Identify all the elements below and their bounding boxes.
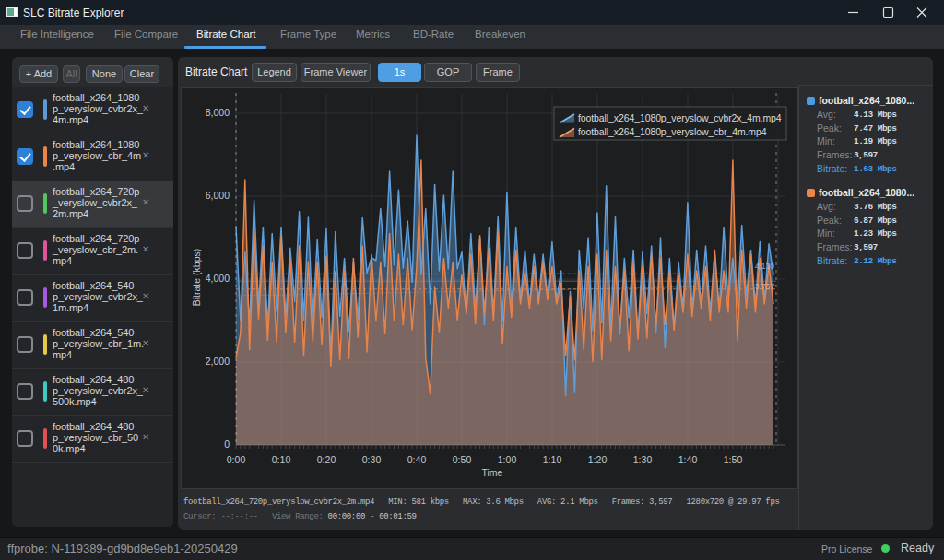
svg-text:1:40: 1:40 bbox=[678, 454, 698, 465]
svg-text:0:30: 0:30 bbox=[362, 454, 382, 465]
svg-text:2,000: 2,000 bbox=[206, 356, 230, 367]
svg-text:Time: Time bbox=[482, 467, 503, 478]
svg-text:1:30: 1:30 bbox=[633, 454, 653, 465]
svg-text:Bitrate (kbps): Bitrate (kbps) bbox=[191, 249, 202, 306]
svg-text:8,000: 8,000 bbox=[206, 107, 230, 118]
svg-text:0:00: 0:00 bbox=[227, 454, 246, 465]
svg-text:0: 0 bbox=[224, 438, 230, 449]
svg-text:football_x264_1080p_veryslow_c: football_x264_1080p_veryslow_cvbr2x_4m.m… bbox=[578, 112, 782, 123]
svg-text:6,000: 6,000 bbox=[206, 190, 230, 201]
svg-text:0:50: 0:50 bbox=[453, 454, 472, 465]
svg-text:4,130: 4,130 bbox=[755, 262, 775, 271]
svg-text:0:40: 0:40 bbox=[407, 454, 427, 465]
svg-text:3,757: 3,757 bbox=[755, 282, 775, 291]
svg-text:1:20: 1:20 bbox=[588, 454, 608, 465]
svg-text:0:10: 0:10 bbox=[272, 454, 291, 465]
svg-text:1:10: 1:10 bbox=[543, 454, 562, 465]
svg-text:4,000: 4,000 bbox=[206, 273, 230, 284]
svg-text:1:50: 1:50 bbox=[724, 454, 743, 465]
svg-text:football_x264_1080p_veryslow_c: football_x264_1080p_veryslow_cbr_4m.mp4 bbox=[578, 126, 767, 137]
svg-text:0:20: 0:20 bbox=[317, 454, 336, 465]
svg-text:1:00: 1:00 bbox=[498, 454, 517, 465]
